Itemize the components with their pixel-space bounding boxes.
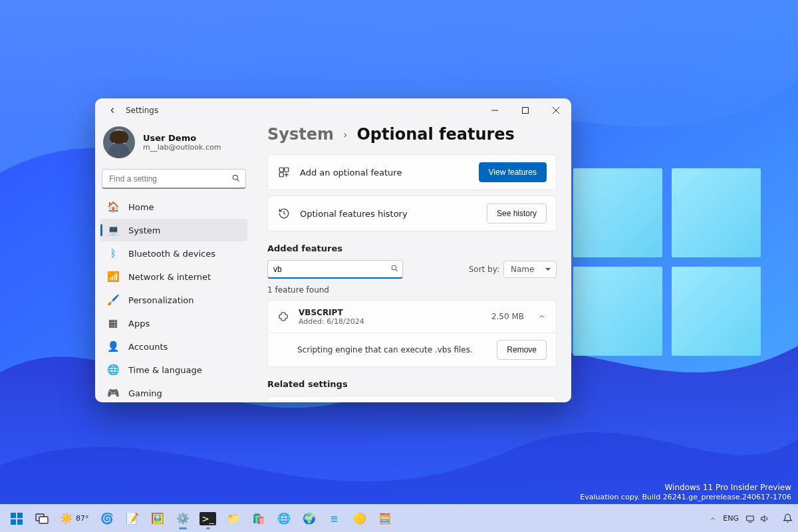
- nav-network[interactable]: 📶Network & internet: [100, 265, 247, 288]
- svg-point-14: [392, 265, 396, 270]
- profile-email: m__lab@outlook.com: [143, 143, 221, 152]
- nav-label: Accounts: [128, 342, 168, 352]
- svg-rect-24: [11, 519, 16, 525]
- search-icon: [231, 174, 241, 183]
- volume-tray-icon[interactable]: [760, 514, 769, 523]
- watermark-line1: Windows 11 Pro Insider Preview: [580, 482, 791, 493]
- nav-label: Gaming: [128, 388, 162, 398]
- svg-point-5: [233, 175, 237, 180]
- home-icon: 🏠: [107, 201, 119, 213]
- puzzle-icon: [277, 311, 289, 323]
- back-button[interactable]: [103, 101, 122, 120]
- brush-icon: 🖌️: [107, 294, 119, 306]
- tray-overflow-button[interactable]: [710, 515, 716, 522]
- weather-temp: 87°: [76, 515, 89, 522]
- taskbar-app-store[interactable]: 🛍️: [247, 507, 270, 530]
- sort-by-label: Sort by:: [469, 265, 499, 274]
- feature-name: VBSCRIPT: [299, 308, 482, 317]
- language-indicator[interactable]: ENG: [723, 514, 739, 523]
- profile[interactable]: User Demo m__lab@outlook.com: [100, 122, 247, 169]
- add-icon: [277, 166, 291, 178]
- more-features-card[interactable]: More Windows features: [267, 396, 557, 402]
- page-title: Optional features: [356, 125, 515, 144]
- nav-time[interactable]: 🌐Time & language: [100, 358, 247, 381]
- nav-bluetooth[interactable]: ᛒBluetooth & devices: [100, 242, 247, 265]
- nav: 🏠Home 💻System ᛒBluetooth & devices 📶Netw…: [100, 196, 247, 402]
- nav-apps[interactable]: ▦Apps: [100, 312, 247, 334]
- view-features-button[interactable]: View features: [479, 162, 547, 182]
- svg-rect-7: [279, 168, 283, 172]
- apps-icon: ▦: [107, 317, 119, 329]
- system-icon: 💻: [107, 224, 119, 236]
- svg-rect-23: [17, 513, 23, 518]
- results-count: 1 feature found: [267, 285, 557, 295]
- svg-rect-2: [523, 108, 529, 114]
- sun-icon: ☀️: [60, 512, 73, 525]
- added-features-heading: Added features: [267, 243, 557, 253]
- feature-added-date: Added: 6/18/2024: [299, 317, 482, 326]
- minimize-button[interactable]: [479, 98, 510, 122]
- breadcrumb-system[interactable]: System: [267, 125, 334, 144]
- svg-rect-27: [39, 517, 48, 523]
- desktop-windows-logo: [573, 168, 761, 356]
- nav-gaming[interactable]: 🎮Gaming: [100, 382, 247, 402]
- notifications-button[interactable]: [783, 513, 793, 523]
- taskbar-app-calculator[interactable]: 🧮: [374, 507, 396, 530]
- taskbar-app-photos[interactable]: 🖼️: [146, 507, 169, 530]
- maximize-button[interactable]: [510, 98, 541, 122]
- feature-filter-input[interactable]: [267, 260, 403, 279]
- svg-rect-8: [285, 168, 289, 172]
- taskbar[interactable]: ☀️ 87° 🌀 📝 🖼️ ⚙️ >_ 📁 🛍️ 🌐 🌍 ≡ 🟡 🧮 ENG: [0, 504, 798, 532]
- taskbar-app-chrome[interactable]: 🟡: [348, 507, 371, 530]
- settings-search[interactable]: [102, 169, 246, 189]
- nav-label: Apps: [128, 319, 150, 329]
- nav-label: Time & language: [128, 365, 202, 375]
- feature-header[interactable]: VBSCRIPT Added: 6/18/2024 2.50 MB: [268, 301, 556, 332]
- svg-rect-22: [11, 513, 16, 518]
- nav-label: System: [128, 225, 160, 235]
- nav-accounts[interactable]: 👤Accounts: [100, 335, 247, 358]
- taskbar-app-edge[interactable]: 🌐: [273, 507, 295, 530]
- related-settings-heading: Related settings: [267, 379, 557, 389]
- taskbar-app-vscode[interactable]: ≡: [323, 507, 346, 530]
- nav-label: Network & internet: [128, 272, 211, 282]
- nav-personalization[interactable]: 🖌️Personalization: [100, 289, 247, 311]
- start-button[interactable]: [5, 507, 28, 530]
- network-tray-icon[interactable]: [745, 514, 755, 523]
- avatar: [103, 126, 135, 158]
- feature-filter[interactable]: [267, 260, 403, 279]
- taskbar-app-notepad[interactable]: 📝: [121, 507, 144, 530]
- breadcrumb: System › Optional features: [267, 125, 557, 144]
- svg-marker-30: [761, 515, 765, 521]
- sort-value: Name: [511, 265, 534, 274]
- taskbar-app-edge-dev[interactable]: 🌍: [298, 507, 321, 530]
- weather-widget[interactable]: ☀️ 87°: [56, 507, 93, 530]
- svg-line-13: [284, 213, 285, 215]
- settings-window: Settings User Demo m__lab@outlook.com 🏠H…: [95, 98, 571, 402]
- close-button[interactable]: [541, 98, 571, 122]
- taskbar-app-copilot[interactable]: 🌀: [96, 507, 118, 530]
- svg-line-15: [396, 269, 398, 271]
- taskbar-app-terminal[interactable]: >_: [197, 507, 219, 530]
- gamepad-icon: 🎮: [107, 387, 119, 399]
- content: System › Optional features Add an option…: [253, 122, 571, 402]
- add-feature-card: Add an optional feature View features: [267, 154, 557, 190]
- history-card: Optional features history See history: [267, 196, 557, 231]
- nav-home[interactable]: 🏠Home: [100, 196, 247, 218]
- titlebar[interactable]: Settings: [95, 98, 571, 122]
- see-history-button[interactable]: See history: [487, 203, 547, 223]
- svg-rect-28: [747, 515, 754, 520]
- nav-label: Bluetooth & devices: [128, 249, 215, 259]
- taskbar-app-explorer[interactable]: 📁: [222, 507, 245, 530]
- settings-search-input[interactable]: [102, 169, 246, 189]
- chevron-up-icon[interactable]: [537, 312, 547, 321]
- task-view-button[interactable]: [31, 507, 53, 530]
- remove-button[interactable]: Remove: [497, 340, 547, 360]
- feature-description: Scripting engine that can execute .vbs f…: [297, 345, 487, 354]
- taskbar-app-settings[interactable]: ⚙️: [172, 507, 194, 530]
- nav-label: Home: [128, 202, 154, 212]
- nav-system[interactable]: 💻System: [100, 219, 247, 241]
- sort-dropdown[interactable]: Name: [503, 261, 557, 278]
- chevron-right-icon: ›: [343, 128, 347, 141]
- window-title: Settings: [126, 106, 158, 115]
